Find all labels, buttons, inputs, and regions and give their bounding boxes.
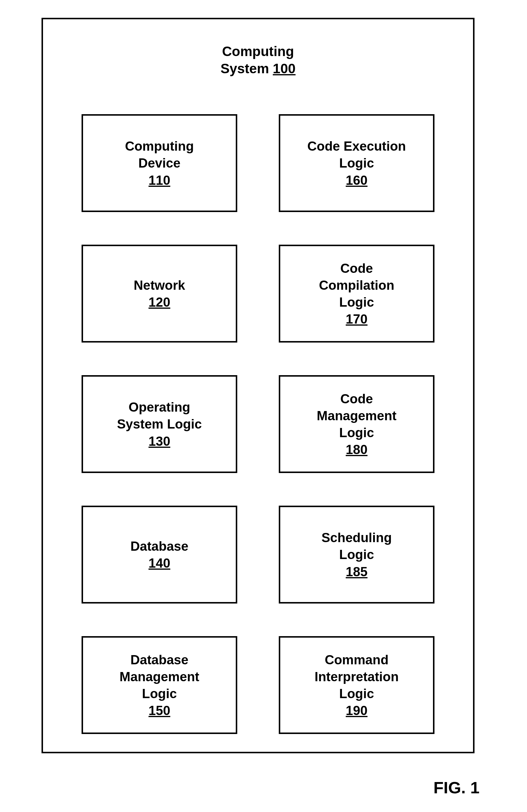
block-label-line: Compilation xyxy=(319,278,394,292)
block-scheduling-logic: Scheduling Logic 185 xyxy=(279,506,435,604)
block-label-line: Device xyxy=(138,156,180,170)
block-ref-number: 120 xyxy=(149,295,170,309)
title-line-2-prefix: System xyxy=(220,61,273,76)
block-label-line: Logic xyxy=(339,295,374,309)
block-operating-system-logic: Operating System Logic 130 xyxy=(82,375,237,473)
system-title: Computing System 100 xyxy=(43,43,473,77)
block-ref-number: 170 xyxy=(346,312,367,326)
block-ref-number: 140 xyxy=(149,556,170,570)
block-code-execution-logic: Code Execution Logic 160 xyxy=(279,114,435,212)
block-grid: Computing Device 110 Code Execution Logi… xyxy=(43,114,473,734)
block-label-line: Interpretation xyxy=(314,669,399,684)
block-code-compilation-logic: Code Compilation Logic 170 xyxy=(279,245,435,343)
block-label-line: Management xyxy=(119,669,199,684)
block-label-line: Database xyxy=(131,539,189,553)
block-label-line: Logic xyxy=(339,156,374,170)
block-label-line: Logic xyxy=(339,547,374,562)
block-ref-number: 160 xyxy=(346,173,367,187)
block-ref-number: 110 xyxy=(149,173,170,187)
block-label-line: Code xyxy=(340,261,373,276)
block-label-line: System Logic xyxy=(117,417,202,431)
diagram-page: Computing System 100 Computing Device 11… xyxy=(0,0,527,812)
block-network: Network 120 xyxy=(82,245,237,343)
block-ref-number: 180 xyxy=(346,442,367,457)
block-label-line: Logic xyxy=(339,686,374,701)
block-label-line: Scheduling xyxy=(321,530,392,545)
block-ref-number: 150 xyxy=(149,703,170,718)
block-label-line: Database xyxy=(131,652,189,667)
block-code-management-logic: Code Management Logic 180 xyxy=(279,375,435,473)
title-ref-number: 100 xyxy=(273,61,296,76)
block-label-line: Computing xyxy=(125,139,194,153)
block-label-line: Logic xyxy=(142,686,177,701)
block-database-management-logic: Database Management Logic 150 xyxy=(82,636,237,734)
figure-label: FIG. 1 xyxy=(433,778,480,797)
block-label-line: Command xyxy=(325,652,389,667)
block-label-line: Operating xyxy=(129,400,190,414)
block-computing-device: Computing Device 110 xyxy=(82,114,237,212)
block-database: Database 140 xyxy=(82,506,237,604)
block-ref-number: 130 xyxy=(149,434,170,448)
block-label-line: Logic xyxy=(339,425,374,440)
block-label-line: Code xyxy=(340,391,373,406)
block-ref-number: 190 xyxy=(346,703,367,718)
block-label-line: Code Execution xyxy=(307,139,406,153)
block-label-line: Management xyxy=(317,408,396,423)
system-container-box: Computing System 100 Computing Device 11… xyxy=(42,18,474,753)
title-line-1: Computing xyxy=(222,44,294,59)
block-ref-number: 185 xyxy=(346,564,367,579)
block-command-interpretation-logic: Command Interpretation Logic 190 xyxy=(279,636,435,734)
block-label-line: Network xyxy=(134,278,185,292)
